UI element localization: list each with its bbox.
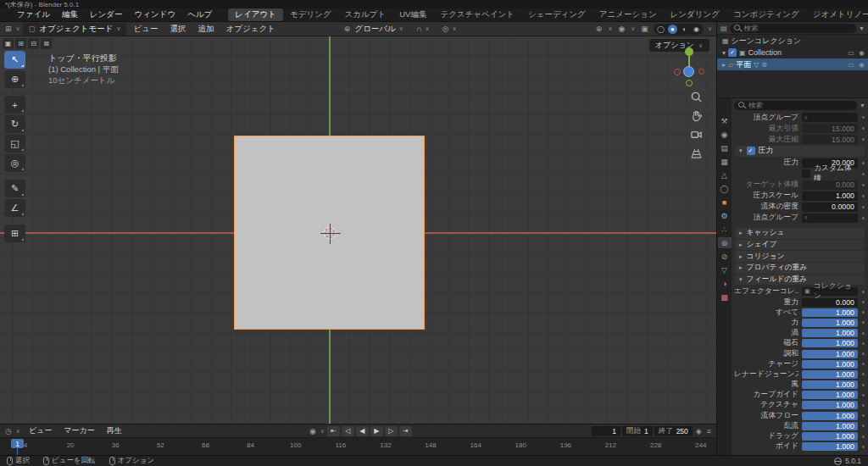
playback-previous-keyframe-button[interactable]: ◁	[342, 426, 354, 436]
properties-tab-view-layer[interactable]: ▦	[718, 156, 732, 167]
workspace-tab-compositing[interactable]: コンポジティング	[726, 8, 806, 21]
frame-start-field[interactable]: 開始 1	[622, 426, 653, 436]
properties-search-input[interactable]	[748, 101, 853, 109]
prop-pressure-scale-value[interactable]: 1.000	[802, 191, 858, 201]
prop-fluid-density-value[interactable]: 0.0000	[802, 202, 858, 212]
shading-wireframe-button[interactable]: ◯	[656, 25, 665, 34]
proportional-edit-icon[interactable]: ◎	[441, 25, 451, 33]
xray-toggle-icon[interactable]: ▣	[639, 25, 650, 33]
tool-scale-button[interactable]: ◱	[4, 135, 25, 153]
view-navigation-gizmo[interactable]	[674, 47, 704, 86]
workspace-tab-sculpting[interactable]: スカルプト	[338, 8, 393, 21]
properties-tab-world[interactable]: ◯	[718, 183, 732, 194]
menu-window[interactable]: ウィンドウ	[129, 9, 182, 20]
outliner-row-plane[interactable]: ▸ ▱ 平面 ▽ ⊚ ▭ ◉	[717, 58, 868, 70]
playback-jump-to-start-button[interactable]: ⇤	[327, 426, 340, 436]
perspective-toggle-icon[interactable]	[690, 147, 703, 159]
workspace-tab-rendering[interactable]: レンダリング	[664, 8, 726, 21]
fw-slider-charge[interactable]: 1.000	[802, 360, 858, 369]
outliner-row-scene-collection[interactable]: ▦ シーンコレクション	[717, 35, 868, 47]
expand-arrow-icon[interactable]: ▾	[722, 49, 726, 57]
timeline-menu-playback[interactable]: 再生	[101, 425, 128, 436]
section-header-shape[interactable]: ▸シェイプ	[735, 240, 865, 251]
properties-tab-physics[interactable]: ⊚	[718, 237, 732, 248]
section-header-collision[interactable]: ▸コリジョン	[735, 251, 865, 262]
workspace-tab-animation[interactable]: アニメーション	[593, 8, 664, 21]
fw-slider-vortex[interactable]: 1.000	[802, 329, 858, 337]
outliner-search[interactable]	[730, 24, 857, 33]
fw-slider-wind[interactable]: 1.000	[802, 380, 858, 389]
playback-play-button[interactable]: ▶	[370, 426, 383, 436]
properties-tab-material[interactable]: ◑	[718, 278, 732, 289]
outliner-row-collection[interactable]: ▾ ✓ ▣ Collection ▭ ◉	[717, 47, 868, 58]
viewport-menu-add[interactable]: 追加	[192, 24, 220, 35]
properties-tab-tool[interactable]: ⚒	[718, 115, 732, 126]
tool-rotate-button[interactable]: ↻	[4, 115, 25, 133]
properties-tab-render[interactable]: ◉	[718, 129, 732, 140]
properties-tab-object-data[interactable]: ▽	[718, 264, 732, 275]
workspace-tab-geometry-nodes[interactable]: ジオメトリノード	[806, 8, 868, 21]
shading-rendered-button[interactable]: ◉	[692, 25, 701, 34]
viewport-3d[interactable]: トップ・平行投影 (1) Collection | 平面 10センチメートル ▣…	[0, 36, 716, 424]
section-header-cache[interactable]: ▸キャッシュ	[735, 228, 865, 239]
filter-icon[interactable]: ▼	[860, 103, 865, 108]
playhead-line[interactable]	[17, 447, 19, 455]
workspace-tab-uv-editing[interactable]: UV編集	[392, 8, 433, 21]
shading-material-button[interactable]: ◐	[680, 25, 689, 34]
camera-view-icon[interactable]	[690, 128, 703, 141]
select-mode-intersect-icon[interactable]: ⊠	[41, 38, 52, 49]
playback-play-reverse-button[interactable]: ◀	[356, 426, 369, 436]
collection-checkbox[interactable]: ✓	[728, 48, 737, 57]
timeline-editor-icon[interactable]: ◷	[3, 427, 14, 435]
workspace-tab-layout[interactable]: レイアウト	[228, 8, 283, 21]
zoom-icon[interactable]	[690, 91, 703, 103]
prop-target-volume-value[interactable]: 0.000	[802, 180, 858, 190]
properties-tab-modifiers[interactable]: ⚙	[718, 210, 732, 221]
outliner-editor-icon[interactable]: ▤	[721, 25, 727, 32]
fw-slider-gravity[interactable]: 0.000	[802, 298, 858, 307]
prop-vertex-group-selector[interactable]: ▿	[802, 214, 858, 223]
gizmo-axis-y-positive[interactable]	[685, 47, 693, 56]
editor-type-icon[interactable]: ⊞	[3, 25, 14, 33]
screen-visibility-icon[interactable]: ▭	[848, 49, 854, 57]
viewport-menu-view[interactable]: ビュー	[128, 24, 164, 35]
auto-keying-icon[interactable]: ◉	[308, 427, 318, 435]
fw-slider-drag[interactable]: 1.000	[802, 432, 858, 441]
properties-tab-scene[interactable]: △	[718, 169, 732, 180]
effector-collection-field[interactable]: ▣ コレクション	[802, 287, 858, 297]
fw-slider-turbulence[interactable]: 1.000	[802, 422, 858, 430]
tool-cursor-button[interactable]: ⊕	[4, 70, 25, 88]
properties-tab-object[interactable]: ■	[718, 197, 732, 208]
select-mode-subtract-icon[interactable]: ⊟	[28, 38, 39, 49]
menu-file[interactable]: ファイル	[11, 9, 56, 20]
tool-add-cube-button[interactable]: ⊞	[4, 225, 25, 242]
fw-slider-fluid-flow[interactable]: 1.000	[802, 412, 858, 420]
properties-tab-output[interactable]: ▤	[718, 142, 732, 153]
gizmo-axis-y-negative[interactable]	[686, 80, 693, 86]
gizmos-toggle-icon[interactable]: ⊕	[594, 25, 604, 33]
properties-tab-particles[interactable]: ∴	[718, 224, 732, 235]
section-header-property-weights[interactable]: ▸プロパティの重み	[735, 263, 865, 274]
gizmo-axis-x-negative[interactable]	[674, 69, 681, 75]
menu-render[interactable]: レンダー	[84, 9, 129, 20]
filter-icon[interactable]: ▼	[859, 25, 865, 31]
overlays-toggle-icon[interactable]: ◉	[616, 25, 626, 33]
transform-orientation-dropdown[interactable]: ⊕ グローバル ∨	[342, 24, 404, 35]
current-frame-field[interactable]: 1	[592, 426, 620, 436]
viewport-menu-select[interactable]: 選択	[164, 24, 192, 35]
outliner-search-input[interactable]	[744, 24, 853, 32]
prop-max-compression-value[interactable]: 15.000	[802, 135, 858, 144]
tool-move-button[interactable]: +	[4, 96, 25, 114]
snap-controls[interactable]: ∩ ∨	[415, 25, 431, 33]
fw-slider-texture[interactable]: 1.000	[802, 401, 858, 409]
properties-search[interactable]: ▼	[734, 100, 865, 110]
tool-select-box-button[interactable]: ↖	[4, 51, 25, 69]
playback-next-keyframe-button[interactable]: ▷	[385, 426, 398, 436]
render-visibility-icon[interactable]: ◉	[859, 61, 865, 69]
workspace-tab-shading[interactable]: シェーディング	[521, 8, 593, 21]
workspace-tab-modeling[interactable]: モデリング	[283, 8, 338, 21]
frame-end-field[interactable]: 終了 250	[654, 426, 693, 436]
fw-slider-curve-guide[interactable]: 1.000	[802, 391, 858, 399]
keying-set-icon[interactable]: ◈	[694, 427, 704, 435]
fw-slider-lennard-jones[interactable]: 1.000	[802, 370, 858, 379]
